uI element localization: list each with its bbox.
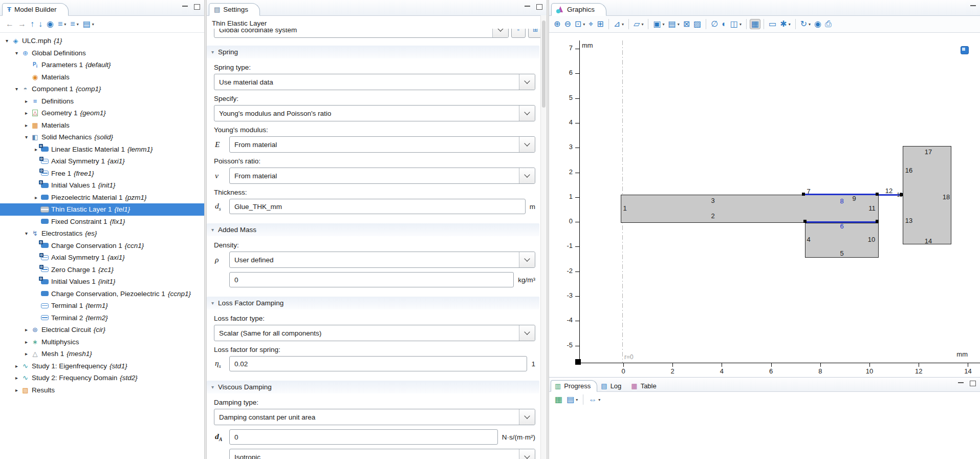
settings-scrollbar[interactable] [540,15,547,459]
go-to-default-view-icon[interactable]: ⊞ [595,19,605,29]
tree-item-materials[interactable]: ◉Materials [0,71,204,84]
view-orientation-icon[interactable]: ⊿▾ [612,19,625,29]
tree-item-initial-values-1[interactable]: DInitial Values 1{init1} [0,179,204,192]
model-tree-settings-icon[interactable]: ▤▾ [81,19,96,29]
plot-area[interactable]: mm mm r=0 76543210-1-2-3-4-5024681012141… [549,33,980,377]
select-box-icon[interactable]: ⊠ [682,19,691,29]
tree-collapsed-arrow-icon[interactable]: ▸ [23,98,30,104]
loss-factor-spring-input[interactable]: 0.02 [229,356,527,371]
tree-collapsed-arrow-icon[interactable]: ▸ [13,363,20,369]
dropdown-caret-icon[interactable]: ▾ [64,22,66,27]
specify-select[interactable]: Young's modulus and Poisson's ratio [214,105,535,121]
dropdown-chevron-icon[interactable] [519,252,535,267]
back-icon[interactable]: ← [4,19,15,29]
progress-table-icon[interactable]: ▦ [553,394,564,405]
zoom-out-icon[interactable]: ⊖ [562,19,572,29]
tree-item-fixed-constraint-1[interactable]: Fixed Constraint 1{fix1} [0,216,204,228]
tree-item-global-definitions[interactable]: ▾⊕Global Definitions [0,47,204,59]
minimize-icon[interactable] [970,4,976,9]
tree-expanded-arrow-icon[interactable]: ▾ [13,50,20,56]
density-select[interactable]: User defined [229,252,535,268]
restore-icon[interactable] [194,4,200,10]
spring-type-select[interactable]: Use material data [214,74,535,90]
tab-graphics[interactable]: Graphics [551,3,606,16]
rotate-environment-icon[interactable]: ↻▾ [799,19,812,29]
tree-item-initial-values-1[interactable]: DInitial Values 1{init1} [0,276,204,288]
zoom-box-icon[interactable]: ⊡▾ [573,19,586,29]
dropdown-caret-icon[interactable]: ▾ [739,22,742,27]
tree-item-study-2-frequency-domain[interactable]: ▸∿Study 2: Frequency Domain{std2} [0,372,204,384]
dropdown-chevron-icon[interactable] [519,74,535,90]
tree-item-study-1-eigenfrequency[interactable]: ▸∿Study 1: Eigenfrequency{std1} [0,360,204,372]
section-header-added-mass[interactable]: ▾Added Mass [207,223,539,236]
tree-item-linear-elastic-material-1[interactable]: ▸DLinear Elastic Material 1{lemm1} [0,143,204,156]
dropdown-caret-icon[interactable]: ▾ [77,22,79,27]
tree-collapsed-arrow-icon[interactable]: ▸ [23,110,30,116]
tree-item-terminal-2[interactable]: Terminal 2{term2} [0,312,204,324]
loss-factor-type-select[interactable]: Scalar (Same for all components) [214,325,535,341]
dropdown-caret-icon[interactable]: ▾ [641,22,643,27]
tree-collapsed-arrow-icon[interactable]: ▸ [23,351,30,357]
thickness-input[interactable]: Glue_THK_mm [229,199,526,214]
tree-item-geometry-1[interactable]: ▸△Geometry 1{geom1} [0,107,204,119]
dropdown-caret-icon[interactable]: ▾ [809,22,811,27]
dropdown-caret-icon[interactable]: ▾ [598,398,600,402]
tree-collapsed-arrow-icon[interactable]: ▸ [32,195,40,200]
show-icon[interactable]: ◉ [45,19,55,29]
print-icon[interactable]: ⎙ [823,19,833,29]
tree-item-electrostatics[interactable]: ▾↯Electrostatics{es} [0,227,204,240]
scrollbar-thumb[interactable] [542,20,546,108]
restore-icon[interactable] [970,381,976,386]
color-icon[interactable]: ✱▾ [778,19,792,29]
dropdown-chevron-icon[interactable] [519,168,535,183]
tree-item-mesh-1[interactable]: ▸△Mesh 1{mesh1} [0,348,204,360]
dropdown-chevron-icon[interactable] [519,409,535,425]
tree-item-results[interactable]: ▸▧Results [0,384,204,397]
minimize-icon[interactable] [958,381,964,386]
tree-item-piezoelectric-material-1[interactable]: ▸Piezoelectric Material 1{pzm1} [0,192,204,204]
tree-item-definitions[interactable]: ▸≡Definitions [0,95,204,108]
move-down-icon[interactable]: ↓ [37,19,44,29]
tree-item-charge-conservation-piezoelectric-1[interactable]: Charge Conservation, Piezoelectric 1{ccn… [0,288,204,300]
tree-collapsed-arrow-icon[interactable]: ▸ [23,122,30,128]
tree-item-multiphysics[interactable]: ▸∗Multiphysics [0,336,204,348]
dropdown-caret-icon[interactable]: ▾ [583,22,585,27]
progress-view-icon[interactable]: ▤▾ [565,394,579,405]
collapse-all-icon[interactable]: ≡▾ [56,19,68,29]
tab-settings[interactable]: ▤ Settings [209,3,260,16]
poissons-ratio-select[interactable]: From material [229,168,535,184]
section-header-loss-factor-damping[interactable]: ▾Loss Factor Damping [207,297,539,309]
tab-model-builder[interactable]: Ŧ Model Builder [2,3,69,16]
grid-icon[interactable]: ▦ [750,19,760,29]
dropdown-chevron-icon[interactable] [519,449,535,459]
zoom-in-icon[interactable]: ⊕ [552,19,562,29]
density-input[interactable]: 0 [229,272,514,287]
image-icon[interactable]: ▣▾ [651,19,666,29]
tree-item-materials[interactable]: ▸▦Materials [0,119,204,132]
section-header-viscous-damping[interactable]: ▾Viscous Damping [207,381,539,393]
dropdown-caret-icon[interactable]: ▾ [576,398,578,402]
tab-log[interactable]: ▤Log [597,381,627,391]
hide-objects-icon[interactable]: ∅ [709,19,720,29]
move-up-icon[interactable]: ↑ [29,19,36,29]
scene-icon[interactable]: ▤▾ [667,19,681,29]
dropdown-chevron-icon[interactable] [492,29,508,37]
tree-item-solid-mechanics[interactable]: ▾◧Solid Mechanics{solid} [0,131,204,143]
dropdown-caret-icon[interactable]: ▾ [663,22,665,27]
forward-icon[interactable]: → [16,19,28,29]
minimize-icon[interactable] [525,5,530,10]
dropdown-chevron-icon[interactable] [519,106,535,121]
tree-item-parameters-1[interactable]: PiParameters 1{default} [0,59,204,71]
tree-expanded-arrow-icon[interactable]: ▾ [3,38,11,44]
expand-all-icon[interactable]: ≡▾ [69,19,80,29]
labels-icon[interactable]: ▭ [767,19,778,29]
tree-collapsed-arrow-icon[interactable]: ▸ [13,387,20,393]
dropdown-chevron-icon[interactable] [519,325,535,341]
coordinate-tool-button[interactable]: ▫ [511,29,526,38]
tree-expanded-arrow-icon[interactable]: ▾ [23,134,30,140]
dropdown-caret-icon[interactable]: ▾ [678,22,680,27]
tree-item-electrical-circuit[interactable]: ▸⊛Electrical Circuit{cir} [0,324,204,336]
isotropy-select[interactable]: Isotropic [229,449,535,459]
tree-item-ulc-mph[interactable]: ▾◈ULC.mph{1} [0,35,204,47]
tree-item-zero-charge-1[interactable]: DZero Charge 1{zc1} [0,264,204,276]
